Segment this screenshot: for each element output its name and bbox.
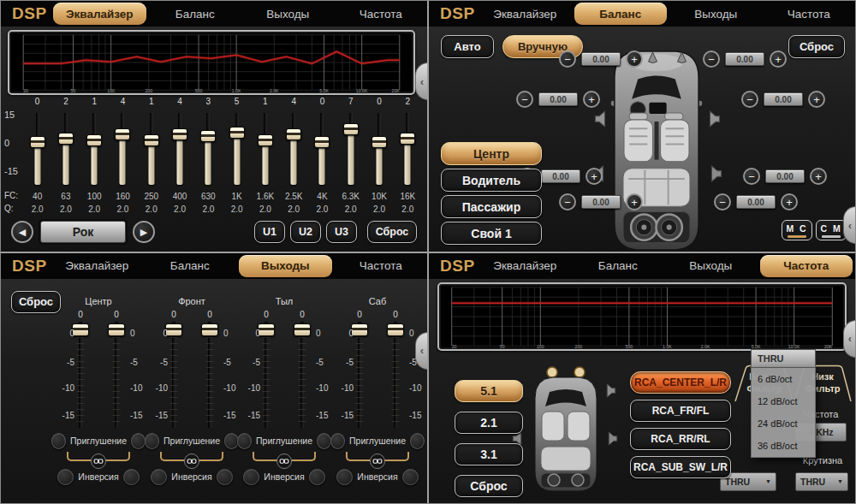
balance-auto-button[interactable]: Авто — [441, 35, 494, 58]
mc-mode-button[interactable]: M C — [782, 220, 812, 240]
mute-left-button[interactable] — [330, 433, 345, 449]
tab-equalizer[interactable]: Эквалайзер — [53, 3, 146, 25]
invert-left-button[interactable] — [336, 469, 353, 485]
slide-handle[interactable]: ‹ — [843, 206, 855, 244]
decrease-button[interactable]: − — [743, 168, 760, 185]
slope-option-1[interactable]: 6 dB/oct — [752, 368, 815, 390]
tab-frequency[interactable]: Частота — [335, 1, 428, 27]
slider-thumb[interactable] — [229, 127, 245, 139]
band-gain-slider[interactable] — [165, 108, 193, 190]
channel-link-button[interactable] — [184, 454, 199, 469]
invert-left-button[interactable] — [151, 469, 167, 485]
band-gain-slider[interactable] — [80, 108, 109, 190]
increase-button[interactable]: + — [586, 168, 603, 185]
invert-right-button[interactable] — [402, 469, 419, 485]
listening-position-center[interactable]: Центр — [441, 142, 542, 165]
band-gain-slider[interactable] — [280, 108, 308, 190]
band-gain-slider[interactable] — [223, 108, 251, 190]
user-preset-button-2[interactable]: U2 — [290, 221, 321, 243]
eq-reset-button[interactable]: Сброс — [367, 221, 417, 243]
preset-display[interactable]: Рок — [40, 221, 126, 243]
slider-thumb[interactable] — [108, 323, 125, 336]
tab-balance[interactable]: Баланс — [574, 3, 668, 25]
rca-center-output[interactable]: RCA_CENTER_L/R — [630, 371, 731, 394]
slider-thumb[interactable] — [144, 134, 159, 146]
tab-frequency[interactable]: Частота — [763, 1, 856, 27]
decrease-button[interactable]: − — [559, 193, 576, 210]
slider-thumb[interactable] — [351, 323, 368, 336]
slide-handle[interactable]: ‹ — [415, 62, 427, 100]
mute-right-button[interactable] — [131, 433, 146, 449]
user-preset-button-1[interactable]: U1 — [254, 221, 285, 243]
invert-left-button[interactable] — [243, 469, 259, 485]
mode-2-1[interactable]: 2.1 — [455, 412, 523, 434]
increase-button[interactable]: + — [626, 193, 643, 210]
slope-option-2[interactable]: 12 dB/oct — [752, 390, 815, 412]
tab-outputs[interactable]: Выходы — [239, 255, 332, 277]
decrease-button[interactable]: − — [714, 193, 731, 210]
slider-thumb[interactable] — [294, 323, 311, 336]
rca-rear-output[interactable]: RCA_RR/RL — [630, 428, 731, 450]
band-gain-slider[interactable] — [51, 108, 80, 190]
mode-3-1[interactable]: 3.1 — [455, 443, 523, 465]
tab-outputs[interactable]: Выходы — [664, 253, 758, 279]
listening-position-passenger[interactable]: Пассажир — [441, 195, 542, 218]
mute-right-button[interactable] — [317, 433, 331, 449]
increase-button[interactable]: + — [626, 50, 643, 68]
channel-link-button[interactable] — [276, 454, 292, 469]
rca-front-output[interactable]: RCA_FR/FL — [630, 400, 731, 422]
tab-equalizer[interactable]: Эквалайзер — [479, 1, 572, 27]
band-gain-slider[interactable] — [308, 108, 336, 190]
tab-balance[interactable]: Баланс — [149, 1, 242, 27]
increase-button[interactable]: + — [770, 50, 787, 68]
slide-handle[interactable]: ‹ — [415, 332, 427, 370]
mode-5-1[interactable]: 5.1 — [455, 380, 523, 402]
tab-balance[interactable]: Баланс — [572, 253, 665, 279]
slope-dropdown-current[interactable]: THRU — [751, 349, 816, 368]
rca-sub-output[interactable]: RCA_SUB_SW_L/R — [630, 456, 731, 478]
preset-prev-button[interactable]: ◀ — [11, 221, 33, 243]
band-gain-slider[interactable] — [194, 108, 223, 190]
slider-thumb[interactable] — [72, 323, 89, 336]
tab-balance[interactable]: Баланс — [144, 253, 237, 279]
decrease-button[interactable]: − — [516, 91, 533, 108]
mute-left-button[interactable] — [51, 433, 66, 449]
band-gain-slider[interactable] — [365, 108, 393, 190]
slider-thumb[interactable] — [314, 136, 330, 148]
channel-link-button[interactable] — [91, 454, 106, 469]
band-gain-slider[interactable] — [109, 108, 137, 190]
output-level-slider[interactable]: 0 — [292, 310, 312, 428]
slope-option-3[interactable]: 24 dB/oct — [752, 412, 815, 435]
slider-thumb[interactable] — [86, 134, 102, 146]
band-gain-slider[interactable] — [137, 108, 165, 190]
increase-button[interactable]: + — [781, 193, 798, 210]
mute-left-button[interactable] — [145, 433, 159, 449]
band-gain-slider[interactable] — [336, 108, 365, 190]
mute-right-button[interactable] — [410, 433, 425, 449]
tab-frequency[interactable]: Частота — [760, 255, 853, 277]
output-level-slider[interactable]: 0 — [385, 310, 406, 428]
tab-outputs[interactable]: Выходы — [241, 1, 335, 27]
listening-position-driver[interactable]: Водитель — [441, 169, 542, 192]
slider-thumb[interactable] — [165, 323, 182, 336]
slider-thumb[interactable] — [387, 323, 404, 336]
output-level-slider[interactable]: 0 — [106, 310, 127, 428]
slide-handle[interactable]: ‹ — [843, 320, 855, 358]
tab-outputs[interactable]: Выходы — [669, 1, 763, 27]
invert-right-button[interactable] — [123, 469, 140, 485]
user-preset-button-3[interactable]: U3 — [326, 221, 357, 243]
tab-equalizer[interactable]: Эквалайзер — [479, 253, 572, 279]
slider-thumb[interactable] — [172, 128, 187, 140]
slider-thumb[interactable] — [400, 133, 415, 145]
band-gain-slider[interactable] — [23, 108, 51, 190]
band-gain-slider[interactable] — [394, 108, 422, 190]
slider-thumb[interactable] — [200, 130, 216, 142]
slider-thumb[interactable] — [115, 128, 130, 140]
frequency-reset-button[interactable]: Сброс — [455, 475, 523, 497]
slider-thumb[interactable] — [258, 323, 275, 336]
slider-thumb[interactable] — [286, 128, 301, 140]
decrease-button[interactable]: − — [741, 91, 758, 108]
slider-thumb[interactable] — [258, 134, 273, 146]
slider-thumb[interactable] — [58, 133, 74, 145]
output-level-slider[interactable]: 0 — [199, 310, 220, 428]
